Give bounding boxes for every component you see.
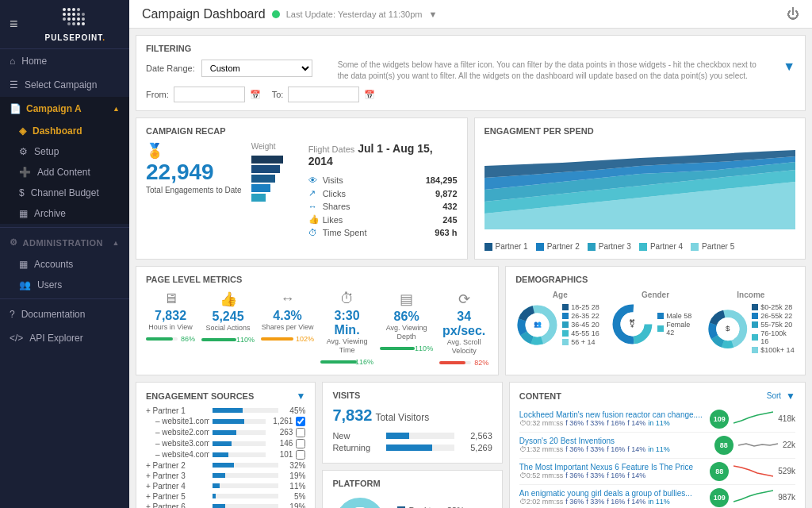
content-score-2: 88 (710, 462, 729, 481)
campaign-recap-title: CAMPAIGN RECAP (146, 126, 458, 136)
time-meta-0: ⏱0:32 mm:ss (519, 419, 564, 427)
sidebar-item-users-label: Users (37, 279, 62, 291)
metric-bar-fill-2 (261, 337, 293, 341)
stat-clicks: ↗ Clicks 9,872 (308, 187, 458, 200)
svg-point-17 (82, 22, 85, 25)
sidebar-item-users[interactable]: 👥 Users (0, 275, 129, 295)
source-label-3: – website3.com (146, 439, 209, 448)
shares-value: 432 (442, 202, 457, 211)
hamburger-icon[interactable]: ≡ (3, 13, 25, 36)
from-calendar-icon[interactable]: 📅 (250, 90, 261, 100)
sidebar-item-archive[interactable]: ▦ Archive (0, 203, 129, 224)
metric-bar-row-5: 82% (439, 359, 488, 367)
sidebar-item-documentation[interactable]: ? Documentation (0, 302, 129, 326)
filter-funnel-icon[interactable]: ▼ (783, 60, 795, 74)
content-meta-2: ⏱0:52 mm:ss f 36% f 33% f 16% f 14% (519, 471, 706, 479)
engagement-sources-list: + Partner 1 45% – website1.com 1,261 – w… (146, 406, 305, 508)
fb4-meta-0: f 14% (627, 419, 645, 427)
fb3-meta-2: f 16% (607, 471, 625, 479)
svg-text:$: $ (726, 323, 730, 332)
engagement-sources-title: ENGAGEMENT SOURCES (146, 391, 254, 401)
metric-value-3: 3:30 Min. (320, 309, 373, 337)
time-icon: ⏱ (308, 228, 318, 237)
content-title-3[interactable]: An enigmatic young girl deals a group of… (519, 489, 706, 498)
source-checkbox-4[interactable] (296, 450, 305, 460)
sidebar-item-select-campaign[interactable]: ☰ Select Campaign (0, 73, 129, 97)
sidebar-item-archive-label: Archive (34, 208, 66, 219)
content-title-0[interactable]: Lockheed Martin's new fusion reactor can… (519, 410, 706, 419)
sidebar-item-setup-label: Setup (34, 146, 59, 157)
top-row: CAMPAIGN RECAP 🏅 22,949 Total Engagement… (136, 117, 806, 260)
source-label-7: + Partner 4 (146, 482, 209, 491)
sidebar-item-add-content[interactable]: ➕ Add Content (0, 162, 129, 183)
engagement-legend: Partner 1 Partner 2 Partner 3 Partner 4 … (485, 242, 796, 251)
admin-section-header[interactable]: ⚙ Administration ▲ (0, 231, 129, 254)
metric-value-0: 7,832 (155, 309, 186, 323)
sidebar-item-channel-budget-label: Channel Budget (31, 187, 99, 198)
to-date-input[interactable] (288, 87, 359, 102)
sidebar-item-api-explorer[interactable]: </> API Explorer (0, 326, 129, 350)
metric-bar-bg-2 (261, 337, 293, 341)
metric-label-1: Social Actions (206, 324, 251, 333)
source-checkbox-1[interactable] (296, 417, 305, 426)
sort-button[interactable]: Sort (767, 391, 781, 400)
dropdown-icon[interactable]: ▼ (429, 10, 438, 19)
sidebar-item-home[interactable]: ⌂ Home (0, 49, 129, 73)
metric-label-2: Shares per View (262, 323, 314, 332)
metric-bar-fill-4 (380, 347, 415, 350)
sidebar-item-channel-budget[interactable]: $ Channel Budget (0, 183, 129, 203)
source-bar-fill-7 (213, 483, 220, 488)
from-date-input[interactable] (174, 87, 245, 102)
metrics-row: 🖥 7,832 Hours in View 86% 👍 5,245 Social… (146, 291, 488, 367)
svg-text:⚧: ⚧ (630, 319, 636, 328)
topbar: Campaign Dashboard Last Update: Yesterda… (129, 0, 812, 29)
time-value: 963 h (435, 228, 457, 237)
campaign-section-header[interactable]: 📄 Campaign A ▲ (0, 97, 129, 121)
sidebar-item-accounts[interactable]: ▦ Accounts (0, 254, 129, 275)
source-row-6: + Partner 3 19% (146, 471, 305, 480)
engagement-chart (485, 142, 796, 237)
content-title-2[interactable]: The Most Important Nexus 6 Feature Is Th… (519, 463, 706, 471)
content-item-0: Lockheed Martin's new fusion reactor can… (519, 406, 795, 433)
svg-point-15 (72, 22, 75, 25)
content-filter-icon[interactable]: ▼ (786, 391, 795, 402)
source-bar-fill-5 (213, 463, 234, 468)
fb2-meta-3: f 33% (586, 498, 604, 506)
content-item-3: An enigmatic young girl deals a group of… (519, 485, 795, 508)
source-bar-wrap-6 (213, 473, 278, 478)
legend-partner5: Partner 5 (691, 242, 734, 251)
date-range-select[interactable]: Custom (201, 60, 312, 77)
recap-stats-list: 👁 Visits 184,295 ↗ Clicks 9,872 ↔ Shares (308, 174, 458, 239)
sidebar-item-setup[interactable]: ⚙ Setup (0, 141, 129, 162)
question-icon: ? (10, 309, 15, 320)
metric-label-4: Avg. Viewing Depth (380, 324, 433, 341)
visits-value: 184,295 (426, 175, 458, 185)
content-title-1[interactable]: Dyson's 20 Best Inventions (519, 437, 710, 445)
sidebar-item-dashboard-label: Dashboard (33, 125, 82, 137)
svg-text:👥: 👥 (534, 320, 542, 328)
power-icon[interactable]: ⏻ (787, 7, 799, 21)
desktop-label: Desktop (408, 506, 440, 508)
engagement-sources-filter-icon[interactable]: ▼ (296, 391, 305, 402)
legend-dot-2 (536, 243, 544, 251)
source-checkbox-2[interactable] (296, 428, 305, 437)
to-calendar-icon[interactable]: 📅 (364, 90, 375, 100)
metric-bar-row-4: 110% (380, 344, 433, 352)
fb3-meta-3: f 16% (607, 498, 625, 506)
new-value: 2,563 (461, 431, 492, 441)
logo-text: PULSEPOINT. (25, 33, 126, 42)
content-item-2: The Most Important Nexus 6 Feature Is Th… (519, 459, 795, 485)
demographics-title: DEMOGRAPHICS (515, 275, 795, 284)
source-row-9: + Partner 6 19% (146, 502, 305, 508)
metric-bar-fill-5 (439, 361, 465, 364)
gender-section: Gender ⚧ Male 58 Female 42 (611, 291, 699, 355)
clicks-value: 9,872 (435, 189, 458, 198)
sidebar-item-dashboard[interactable]: ◈ Dashboard (0, 121, 129, 141)
source-bar-fill-1 (213, 419, 244, 424)
demographics-row: Age 👥 18-25 28 (515, 291, 795, 355)
metric-bar-row-2: 102% (261, 335, 314, 343)
filtering-title: FILTERING (146, 44, 795, 53)
sidebar-item-home-label: Home (21, 56, 47, 67)
content-item-1: Dyson's 20 Best Inventions ⏱1:32 mm:ss f… (519, 433, 795, 459)
source-checkbox-3[interactable] (296, 439, 305, 448)
